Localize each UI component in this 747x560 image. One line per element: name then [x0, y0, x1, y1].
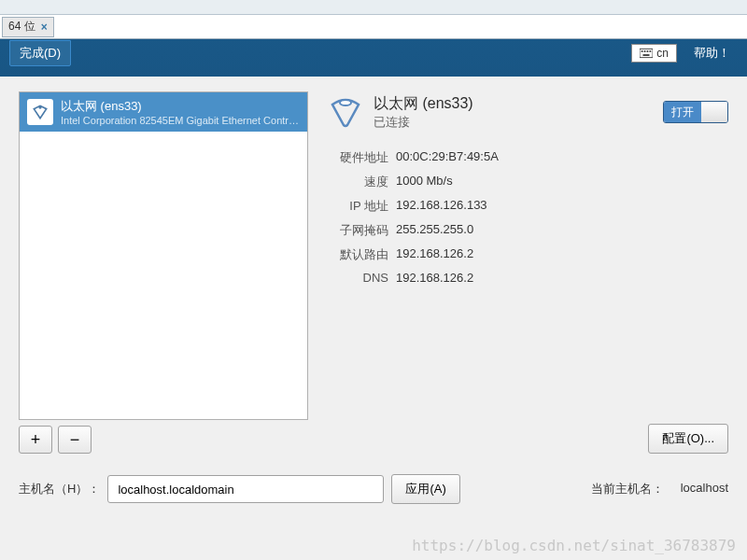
ime-label: cn — [656, 47, 669, 60]
svg-point-7 — [340, 100, 351, 105]
add-connection-button[interactable]: + — [19, 426, 52, 454]
connection-properties: 硬件地址00:0C:29:B7:49:5A 速度1000 Mb/s IP 地址1… — [325, 149, 728, 292]
tab-label: 64 位 — [8, 19, 35, 35]
prop-val-hwaddr: 00:0C:29:B7:49:5A — [396, 149, 499, 166]
remove-connection-button[interactable]: − — [58, 426, 92, 454]
tab-row: 64 位 × — [0, 15, 747, 39]
hostname-row: 主机名（H）： 应用(A) 当前主机名： localhost — [19, 474, 728, 504]
toggle-label: 打开 — [664, 102, 701, 122]
help-button[interactable]: 帮助！ — [686, 41, 738, 65]
watermark: https://blog.csdn.net/sinat_36783879 — [412, 537, 736, 554]
done-button[interactable]: 完成(D) — [9, 40, 71, 66]
prop-key-hwaddr: 硬件地址 — [325, 149, 388, 166]
svg-rect-4 — [650, 50, 652, 52]
connection-item-ens33[interactable]: 以太网 (ens33) Intel Corporation 82545EM Gi… — [20, 92, 307, 132]
connection-title: 以太网 (ens33) — [61, 98, 300, 115]
window-titlebar — [0, 0, 747, 15]
ime-indicator[interactable]: cn — [631, 44, 677, 63]
connection-subtitle: Intel Corporation 82545EM Gigabit Ethern… — [61, 115, 300, 126]
connection-list[interactable]: 以太网 (ens33) Intel Corporation 82545EM Gi… — [19, 91, 308, 420]
prop-key-speed: 速度 — [325, 174, 388, 190]
svg-point-6 — [38, 105, 41, 108]
ethernet-icon — [27, 99, 53, 125]
toggle-knob — [701, 102, 727, 122]
prop-key-ip: IP 地址 — [325, 198, 388, 215]
detail-name: 以太网 (ens33) — [374, 94, 655, 114]
prop-val-dns: 192.168.126.2 — [396, 271, 473, 285]
svg-rect-5 — [643, 54, 650, 56]
prop-val-gateway: 192.168.126.2 — [396, 246, 473, 263]
svg-rect-1 — [641, 50, 643, 52]
current-hostname-label: 当前主机名： — [591, 481, 664, 497]
svg-rect-2 — [644, 50, 646, 52]
network-settings-panel: 以太网 (ens33) Intel Corporation 82545EM Gi… — [0, 77, 747, 560]
detail-status: 已连接 — [374, 114, 655, 131]
vm-tab[interactable]: 64 位 × — [2, 17, 54, 37]
svg-rect-3 — [647, 50, 649, 52]
ethernet-icon — [325, 91, 366, 133]
hostname-input[interactable] — [107, 475, 384, 503]
prop-key-dns: DNS — [325, 271, 388, 285]
keyboard-icon — [640, 47, 653, 60]
prop-val-ip: 192.168.126.133 — [396, 198, 487, 215]
hostname-label: 主机名（H）： — [19, 481, 100, 497]
apply-button[interactable]: 应用(A) — [391, 474, 459, 504]
configure-button[interactable]: 配置(O)... — [648, 424, 728, 454]
prop-key-mask: 子网掩码 — [325, 222, 388, 239]
prop-key-gateway: 默认路由 — [325, 246, 388, 263]
current-hostname-value: localhost — [681, 481, 728, 497]
svg-rect-0 — [640, 49, 653, 57]
prop-val-mask: 255.255.255.0 — [396, 222, 473, 239]
close-icon[interactable]: × — [41, 21, 48, 34]
prop-val-speed: 1000 Mb/s — [396, 174, 453, 190]
connection-toggle[interactable]: 打开 — [663, 101, 728, 123]
header-bar: 完成(D) cn 帮助！ — [0, 39, 747, 67]
